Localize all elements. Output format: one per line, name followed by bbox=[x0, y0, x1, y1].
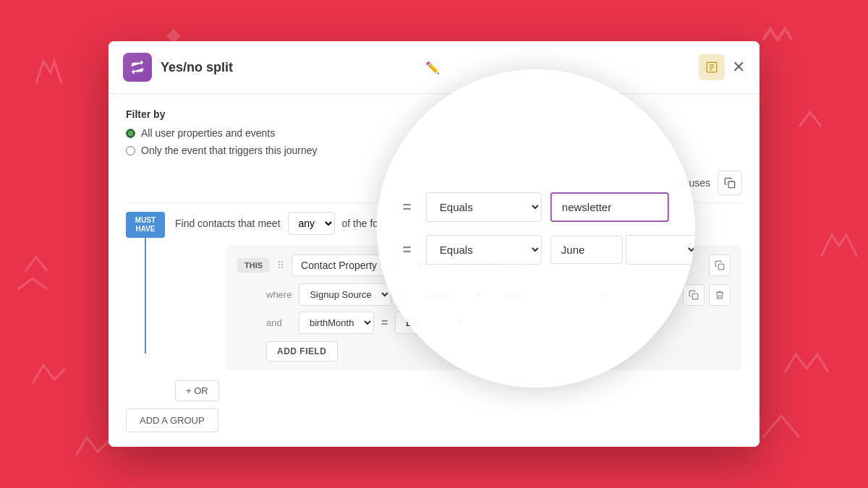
drag-handle[interactable]: ⠿ bbox=[277, 260, 284, 271]
modal-header: Yes/no split ✏️ ✕ bbox=[109, 41, 760, 94]
svg-rect-6 bbox=[692, 294, 698, 299]
zoom-row-1: = Equals bbox=[403, 192, 669, 222]
zoom-row-2: = Equals bbox=[403, 235, 669, 265]
close-button[interactable]: ✕ bbox=[732, 59, 745, 75]
find-label: Find contacts that meet bbox=[175, 218, 281, 229]
add-group-button[interactable]: ADD A GROUP bbox=[126, 408, 218, 432]
copy-clauses-button[interactable] bbox=[718, 171, 742, 195]
zoom-equals-1: = bbox=[403, 199, 417, 215]
copy-row-button-1[interactable] bbox=[709, 254, 731, 276]
equals-sign-3: = bbox=[381, 317, 388, 330]
filter-radio-all[interactable] bbox=[126, 129, 135, 138]
where-label: where bbox=[266, 289, 292, 300]
zoom-june-select[interactable] bbox=[626, 235, 695, 265]
zoom-june-container bbox=[550, 235, 695, 265]
must-have-badge: MUST HAVE bbox=[126, 212, 165, 238]
action-icons-1 bbox=[709, 254, 731, 276]
copy-row-button-2[interactable] bbox=[683, 284, 705, 306]
zoom-circle-overlay: = Equals = Equals bbox=[377, 69, 695, 388]
zoom-equals-dropdown-2[interactable]: Equals bbox=[426, 235, 542, 265]
add-field-button[interactable]: ADD FIELD bbox=[266, 341, 338, 361]
modal-title: Yes/no split bbox=[161, 60, 420, 75]
action-icons-2 bbox=[683, 284, 731, 306]
this-badge: THIS bbox=[237, 258, 270, 273]
zoom-content: = Equals = Equals bbox=[377, 163, 695, 294]
delete-row-button-2[interactable] bbox=[709, 284, 731, 306]
svg-rect-5 bbox=[718, 264, 724, 270]
header-actions: ✕ bbox=[699, 54, 745, 80]
any-select[interactable]: any bbox=[288, 212, 335, 235]
edit-icon[interactable]: ✏️ bbox=[425, 61, 440, 74]
vertical-connector bbox=[145, 238, 146, 354]
of-following: of the fo bbox=[342, 218, 379, 229]
or-container: + OR bbox=[175, 380, 742, 401]
filter-radio-event[interactable] bbox=[126, 146, 135, 155]
birth-month-select[interactable]: birthMonth bbox=[299, 312, 374, 334]
zoom-equals-2: = bbox=[403, 241, 417, 258]
split-icon bbox=[129, 59, 145, 75]
zoom-june-input[interactable] bbox=[550, 236, 623, 264]
contact-property-tag: Contact Property bbox=[292, 254, 386, 276]
signup-source-select[interactable]: Signup Source bbox=[299, 283, 391, 306]
modal-icon bbox=[123, 53, 152, 82]
zoom-newsletter-input[interactable] bbox=[550, 192, 669, 222]
svg-rect-4 bbox=[728, 181, 735, 188]
zoom-equals-dropdown-1[interactable]: Equals bbox=[426, 192, 542, 222]
add-group-container: ADD A GROUP bbox=[126, 408, 742, 432]
notes-button[interactable] bbox=[699, 54, 725, 80]
or-button[interactable]: + OR bbox=[175, 380, 219, 401]
and-label: and bbox=[266, 317, 292, 328]
